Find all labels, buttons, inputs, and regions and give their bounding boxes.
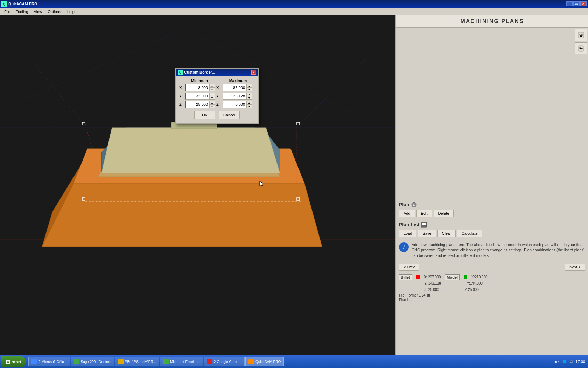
max-z-spinner[interactable]: ▲ ▼ <box>246 101 252 108</box>
min-z-input[interactable] <box>186 101 209 108</box>
menu-tooling[interactable]: Tooling <box>13 9 31 14</box>
clock: 17:00 <box>575 360 585 364</box>
min-z-spinner[interactable]: ▲ ▼ <box>209 101 215 108</box>
min-x-input[interactable] <box>186 84 209 91</box>
info-section: i Add new machining plans here. The abov… <box>396 239 588 261</box>
min-z-up[interactable]: ▲ <box>209 101 215 104</box>
dialog-header-row: Minimum Maximum <box>179 79 255 83</box>
taskbar-label-1: Sage 200 - Denford <box>81 360 111 364</box>
up-button[interactable]: ▲ Up <box>575 29 587 41</box>
status-section: Billet X: 207.900 Model X:210.000 Y: 142… <box>396 273 588 304</box>
plan-section: Plan ⚙ Add Edit Delete <box>396 199 588 219</box>
machining-plans-title: MACHINING PLANS <box>460 18 524 24</box>
max-y-down[interactable]: ▼ <box>246 96 252 100</box>
dialog-close-button[interactable]: × <box>251 70 256 75</box>
menu-options[interactable]: Options <box>45 9 64 14</box>
taskbar-item-0[interactable]: 2 Microsoft Offic... <box>28 357 70 366</box>
model-label: Model <box>445 274 460 280</box>
billet-color-dot <box>416 275 420 279</box>
next-button[interactable]: Next > <box>565 264 585 271</box>
taskbar-item-4[interactable]: 2 Google Chrome <box>204 357 245 366</box>
plan-settings-icon: ⚙ <box>411 202 417 208</box>
min-z-down[interactable]: ▼ <box>209 104 215 108</box>
billet-y-row: Y: 142.128 Y:144.000 <box>399 281 585 286</box>
down-button[interactable]: ▼ Dn <box>575 42 587 54</box>
taskbar-item-2[interactable]: \\Buff2\SandM\PR... <box>115 357 159 366</box>
model-color-dot <box>464 275 467 279</box>
max-x-input[interactable] <box>223 84 246 91</box>
menu-file[interactable]: File <box>1 9 13 14</box>
max-x-wrap: ▲ ▼ <box>223 84 252 91</box>
max-z-input[interactable] <box>223 101 246 108</box>
dialog-x-row: X ▲ ▼ X ▲ ▼ <box>179 84 255 91</box>
custom-border-dialog: Q Custom Border... × Minimum Maximum X <box>175 68 259 124</box>
max-y-spinner[interactable]: ▲ ▼ <box>246 93 252 100</box>
x-label-min: X <box>179 86 184 90</box>
dialog-title-bar[interactable]: Q Custom Border... × <box>176 69 258 76</box>
ok-button[interactable]: OK <box>194 111 215 119</box>
restore-button[interactable]: ▭ <box>573 1 580 6</box>
dialog-title-text: Custom Border... <box>184 70 215 74</box>
edit-plan-button[interactable]: Edit <box>416 210 432 217</box>
plan-buttons: Add Edit Delete <box>399 210 585 217</box>
app-title: QuickCAM PRO <box>8 2 566 6</box>
billet-row: Billet X: 207.900 Model X:210.000 <box>399 274 585 280</box>
dialog-title-left: Q Custom Border... <box>178 70 215 75</box>
min-y-up[interactable]: ▲ <box>209 93 215 96</box>
model-y: Y:144.000 <box>467 281 483 286</box>
menu-bar: File Tooling View Options Help <box>0 8 588 15</box>
max-z-down[interactable]: ▼ <box>246 104 252 108</box>
delete-plan-button[interactable]: Delete <box>434 210 454 217</box>
taskbar-right: EN 🌐 🔊 17:00 <box>552 359 588 364</box>
min-header: Minimum <box>186 79 214 83</box>
menu-help[interactable]: Help <box>64 9 77 14</box>
menu-view[interactable]: View <box>31 9 45 14</box>
plan-list-label: Plan List: <box>399 298 413 302</box>
max-y-input[interactable] <box>223 93 246 100</box>
right-panel: MACHINING PLANS ▲ Up ▼ Dn Plan <box>396 15 588 359</box>
dialog-overlay: Q Custom Border... × Minimum Maximum X <box>0 15 396 359</box>
prev-button[interactable]: < Prev <box>399 264 419 271</box>
min-x-up[interactable]: ▲ <box>209 84 215 88</box>
title-bar: Q QuickCAM PRO _ ▭ ✕ <box>0 0 588 8</box>
max-header: Maximum <box>221 79 255 83</box>
app-icon: Q <box>1 1 7 7</box>
calculate-button[interactable]: Calculate <box>457 230 482 237</box>
taskbar-label-4: 2 Google Chrome <box>214 360 241 364</box>
info-text: Add new machining plans here. The above … <box>412 242 585 258</box>
plan-list-icon <box>421 222 427 228</box>
start-button[interactable]: ⊞ start <box>1 356 26 367</box>
min-x-down[interactable]: ▼ <box>209 88 215 91</box>
minimize-button[interactable]: _ <box>566 1 573 6</box>
window-controls: _ ▭ ✕ <box>566 1 587 6</box>
cancel-button[interactable]: Cancel <box>219 111 240 119</box>
min-y-down[interactable]: ▼ <box>209 96 215 100</box>
add-plan-button[interactable]: Add <box>399 210 415 217</box>
max-z-up[interactable]: ▲ <box>246 101 252 104</box>
max-z-wrap: ▲ ▼ <box>223 101 252 108</box>
min-y-input[interactable] <box>186 93 209 100</box>
max-x-up[interactable]: ▲ <box>246 84 252 88</box>
clear-button[interactable]: Clear <box>438 230 456 237</box>
down-icon: ▼ Dn <box>578 44 584 53</box>
3d-viewport[interactable]: Q Custom Border... × Minimum Maximum X <box>0 15 396 359</box>
taskbar-icon-3 <box>163 359 169 364</box>
taskbar: ⊞ start 2 Microsoft Offic... Sage 200 - … <box>0 355 588 368</box>
taskbar-item-3[interactable]: Microsoft Excel - ... <box>160 357 203 366</box>
billet-y: Y: 142.128 <box>424 281 441 286</box>
plan-list-section: Plan List Load Save Clear Calculate <box>396 219 588 239</box>
save-button[interactable]: Save <box>418 230 436 237</box>
svg-rect-41 <box>422 226 426 226</box>
close-button[interactable]: ✕ <box>580 1 587 6</box>
min-x-spinner[interactable]: ▲ ▼ <box>209 84 215 91</box>
taskbar-item-5[interactable]: QuickCAM PRO <box>245 357 284 366</box>
taskbar-item-1[interactable]: Sage 200 - Denford <box>71 357 114 366</box>
plan-list-header: Plan List <box>399 222 585 228</box>
max-x-spinner[interactable]: ▲ ▼ <box>246 84 252 91</box>
max-x-down[interactable]: ▼ <box>246 88 252 91</box>
min-y-spinner[interactable]: ▲ ▼ <box>209 93 215 100</box>
max-y-up[interactable]: ▲ <box>246 93 252 96</box>
load-button[interactable]: Load <box>399 230 416 237</box>
taskbar-icon-5 <box>248 359 254 364</box>
billet-z: Z: 25.000 <box>424 287 439 293</box>
